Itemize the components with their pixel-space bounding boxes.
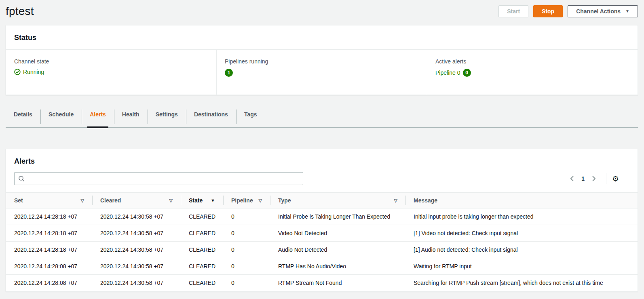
search-icon	[18, 175, 25, 182]
channel-tabs: Details Schedule Alerts Health Settings …	[6, 109, 638, 128]
channel-state-section: Channel state Running	[6, 50, 216, 95]
alerts-search-input[interactable]	[27, 175, 301, 182]
cell-state: CLEARED	[181, 242, 223, 258]
channel-actions-button[interactable]: Channel Actions ▼	[568, 5, 638, 17]
check-circle-icon	[14, 69, 21, 75]
alerts-table-header-row: Set ▽ Cleared ▽ State ▼	[6, 193, 638, 208]
chevron-right-icon	[592, 175, 596, 182]
channel-actions-label: Channel Actions	[576, 6, 621, 17]
alerts-toolbar: 1 ⚙	[14, 172, 629, 192]
active-alerts-pipeline-label: Pipeline 0	[435, 69, 460, 76]
cell-state: CLEARED	[181, 275, 223, 291]
cell-cleared: 2020.12.24 14:30:58 +07	[92, 225, 181, 242]
alerts-table: Set ▽ Cleared ▽ State ▼	[6, 192, 638, 291]
active-alerts-value: Pipeline 0 0	[435, 69, 629, 77]
header-actions: Start Stop Channel Actions ▼	[498, 5, 638, 17]
gear-icon[interactable]: ⚙	[612, 175, 619, 183]
alerts-panel-header: Alerts 1	[6, 149, 638, 192]
cell-set: 2020.12.24 14:28:08 +07	[6, 258, 92, 275]
tab-settings[interactable]: Settings	[148, 109, 186, 127]
cell-pipeline: 0	[223, 275, 270, 291]
status-panel: Status Channel state Running Pipelines r…	[6, 25, 638, 95]
channel-state-value: Running	[14, 69, 208, 75]
cell-message: Waiting for RTMP input	[405, 258, 638, 275]
alerts-search-box[interactable]	[14, 172, 303, 185]
cell-state: CLEARED	[181, 258, 223, 275]
cell-pipeline: 0	[223, 225, 270, 242]
table-row[interactable]: 2020.12.24 14:28:08 +07 2020.12.24 14:30…	[6, 258, 638, 275]
filter-icon[interactable]: ▽	[81, 198, 84, 203]
active-alerts-badge: 0	[463, 69, 471, 77]
cell-set: 2020.12.24 14:28:18 +07	[6, 242, 92, 258]
cell-state: CLEARED	[181, 208, 223, 225]
cell-type: Video Not Detected	[270, 225, 405, 242]
status-title: Status	[14, 34, 629, 42]
column-header-type[interactable]: Type ▽	[270, 193, 405, 208]
cell-set: 2020.12.24 14:28:08 +07	[6, 275, 92, 291]
pipelines-running-badge: 1	[225, 69, 233, 77]
pipelines-running-section: Pipelines running 1	[216, 50, 427, 95]
cell-pipeline: 0	[223, 208, 270, 225]
cell-pipeline: 0	[223, 258, 270, 275]
tab-destinations[interactable]: Destinations	[186, 109, 236, 127]
tab-details[interactable]: Details	[6, 109, 40, 127]
channel-detail-page: fptest Start Stop Channel Actions ▼ Stat…	[0, 0, 644, 292]
cell-type: Audio Not Detected	[270, 242, 405, 258]
cell-cleared: 2020.12.24 14:30:58 +07	[92, 258, 181, 275]
status-panel-header: Status	[6, 25, 638, 50]
cell-type: RTMP Stream Not Found	[270, 275, 405, 291]
filter-icon[interactable]: ▽	[169, 198, 173, 203]
column-header-cleared[interactable]: Cleared ▽	[92, 193, 181, 208]
cell-message: Initial input probe is taking longer tha…	[405, 208, 638, 225]
alerts-panel: Alerts 1	[6, 149, 638, 292]
table-row[interactable]: 2020.12.24 14:28:18 +07 2020.12.24 14:30…	[6, 225, 638, 242]
cell-message: [1] Audio not detected: Check input sign…	[405, 242, 638, 258]
cell-message: Searching for RTMP Push stream [stream],…	[405, 275, 638, 291]
cell-message: [1] Video not detected: Check input sign…	[405, 225, 638, 242]
column-header-set[interactable]: Set ▽	[6, 193, 92, 208]
column-header-pipeline[interactable]: Pipeline ▽	[223, 193, 270, 208]
start-button[interactable]: Start	[498, 5, 528, 17]
caret-down-icon: ▼	[625, 9, 629, 13]
filter-icon[interactable]: ▽	[259, 198, 262, 203]
active-alerts-label: Active alerts	[435, 58, 629, 65]
cell-pipeline: 0	[223, 242, 270, 258]
column-header-state[interactable]: State ▼	[181, 193, 223, 208]
cell-set: 2020.12.24 14:28:18 +07	[6, 225, 92, 242]
cell-type: Initial Probe is Taking Longer Than Expe…	[270, 208, 405, 225]
channel-state-label: Channel state	[14, 58, 208, 65]
cell-set: 2020.12.24 14:28:18 +07	[6, 208, 92, 225]
cell-state: CLEARED	[181, 225, 223, 242]
tab-tags[interactable]: Tags	[236, 109, 265, 127]
tab-alerts[interactable]: Alerts	[82, 109, 114, 127]
table-row[interactable]: 2020.12.24 14:28:18 +07 2020.12.24 14:30…	[6, 242, 638, 258]
sort-descending-icon[interactable]: ▼	[211, 198, 215, 203]
stop-button[interactable]: Stop	[533, 5, 563, 17]
active-alerts-section: Active alerts Pipeline 0 0	[427, 50, 638, 95]
filter-icon[interactable]: ▽	[394, 198, 397, 203]
channel-state-text: Running	[23, 69, 44, 75]
page-header: fptest Start Stop Channel Actions ▼	[6, 0, 638, 19]
tab-schedule[interactable]: Schedule	[40, 109, 82, 127]
cell-type: RTMP Has No Audio/Video	[270, 258, 405, 275]
alerts-title: Alerts	[14, 157, 629, 166]
pagination-current-page[interactable]: 1	[578, 175, 588, 182]
pipelines-running-label: Pipelines running	[225, 58, 419, 65]
chevron-left-icon	[570, 175, 574, 182]
cell-cleared: 2020.12.24 14:30:58 +07	[92, 242, 181, 258]
alerts-pagination-tools: 1 ⚙	[566, 173, 629, 184]
pagination-next-button[interactable]	[588, 175, 600, 182]
cell-cleared: 2020.12.24 14:30:58 +07	[92, 275, 181, 291]
status-body: Channel state Running Pipelines running …	[6, 50, 638, 95]
table-row[interactable]: 2020.12.24 14:28:08 +07 2020.12.24 14:30…	[6, 275, 638, 291]
tab-health[interactable]: Health	[114, 109, 148, 127]
cell-cleared: 2020.12.24 14:30:58 +07	[92, 208, 181, 225]
page-title: fptest	[6, 5, 34, 18]
pagination-prev-button[interactable]	[566, 175, 578, 182]
column-header-message[interactable]: Message	[405, 193, 638, 208]
toolbar-divider	[606, 173, 606, 184]
table-row[interactable]: 2020.12.24 14:28:18 +07 2020.12.24 14:30…	[6, 208, 638, 225]
